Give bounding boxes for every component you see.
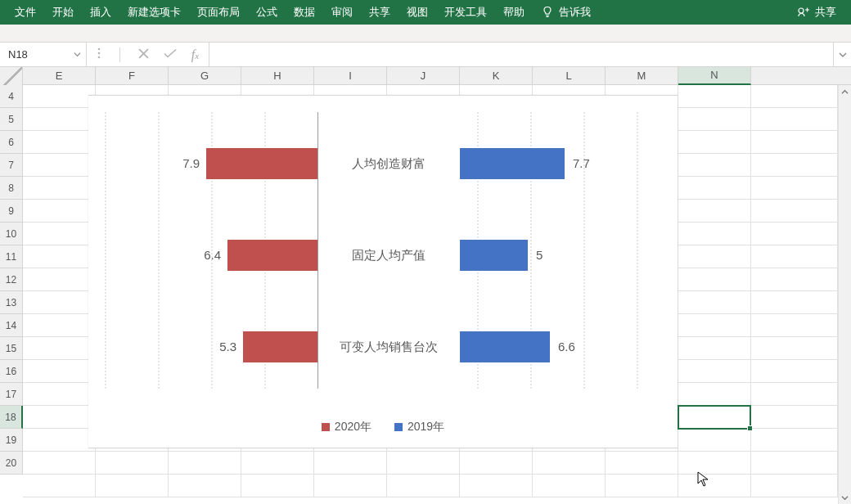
formula-expand[interactable] xyxy=(833,43,851,66)
ribbon-toolstrip xyxy=(0,25,851,43)
row-head-9[interactable]: 9 xyxy=(0,200,22,223)
bar-2020-2 xyxy=(243,331,317,362)
fx-icon[interactable]: fx xyxy=(191,47,199,62)
row-head-18[interactable]: 18 xyxy=(0,406,23,429)
ribbon-tab-formulas[interactable]: 公式 xyxy=(248,0,286,25)
row-head-11[interactable]: 11 xyxy=(0,245,22,268)
val-2020-2: 5.3 xyxy=(219,340,236,353)
col-head-E[interactable]: E xyxy=(23,67,96,84)
val-2019-2: 6.6 xyxy=(558,340,575,353)
svg-point-1 xyxy=(98,47,101,50)
chart-inner: 7.9 人均创造财富 7.7 6.4 固定人均产值 5 5.3 可变人均销售台次… xyxy=(88,96,678,448)
legend-swatch-2020 xyxy=(322,423,330,431)
row-head-7[interactable]: 7 xyxy=(0,154,22,177)
svg-point-2 xyxy=(98,52,101,54)
cat-label-2: 可变人均销售台次 xyxy=(319,340,458,355)
col-head-L[interactable]: L xyxy=(533,67,606,84)
scroll-up-icon[interactable] xyxy=(839,85,851,98)
ribbon-tab-view[interactable]: 视图 xyxy=(398,0,436,25)
row-head-16[interactable]: 16 xyxy=(0,360,22,383)
cancel-icon[interactable] xyxy=(138,47,149,62)
col-head-M[interactable]: M xyxy=(606,67,678,84)
col-head-F[interactable]: F xyxy=(96,67,169,84)
row-head-8[interactable]: 8 xyxy=(0,177,22,200)
legend-label-2020: 2020年 xyxy=(335,420,371,434)
col-head-tail[interactable] xyxy=(751,67,851,84)
name-box[interactable]: N18 xyxy=(0,43,87,66)
row-head-14[interactable]: 14 xyxy=(0,314,22,337)
share-button[interactable]: 共享 xyxy=(787,0,851,25)
vertical-scrollbar[interactable] xyxy=(838,85,851,504)
col-head-G[interactable]: G xyxy=(169,67,241,84)
row-head-4[interactable]: 4 xyxy=(0,85,22,108)
scroll-down-icon[interactable] xyxy=(839,491,851,504)
app-root: { "ribbon": { "tabs": ["文件", "开始", "插入",… xyxy=(0,0,851,504)
chart-axis-vertical xyxy=(317,112,318,389)
bar-2019-1 xyxy=(460,240,528,271)
formula-controls: fx xyxy=(87,43,209,66)
ribbon-tab-insert[interactable]: 插入 xyxy=(82,0,119,25)
val-2020-1: 6.4 xyxy=(204,248,221,262)
val-2020-0: 7.9 xyxy=(182,156,200,170)
col-head-H[interactable]: H xyxy=(241,67,314,84)
cat-label-0: 人均创造财富 xyxy=(319,156,458,172)
name-box-value: N18 xyxy=(8,48,28,61)
row-head-12[interactable]: 12 xyxy=(0,268,22,291)
col-head-J[interactable]: J xyxy=(387,67,460,84)
ribbon-tab-developer[interactable]: 开发工具 xyxy=(436,0,495,25)
row-head-17[interactable]: 17 xyxy=(0,383,22,406)
confirm-icon[interactable] xyxy=(164,47,177,62)
legend-item-2020[interactable]: 2020年 xyxy=(322,420,371,434)
svg-point-0 xyxy=(799,8,804,13)
formula-bar: N18 fx xyxy=(0,43,851,67)
chart-legend: 2020年 2019年 xyxy=(88,420,678,434)
ribbon-tab-share[interactable]: 共享 xyxy=(361,0,398,25)
bar-2020-1 xyxy=(227,240,317,271)
row-head-10[interactable]: 10 xyxy=(0,223,22,245)
sheet-area: E F G H I J K L M N 4 5 6 7 8 9 10 11 12… xyxy=(0,67,851,504)
col-head-K[interactable]: K xyxy=(460,67,533,84)
lightbulb-icon xyxy=(541,6,554,19)
legend-label-2019: 2019年 xyxy=(407,420,444,434)
row-headers: 4 5 6 7 8 9 10 11 12 13 14 15 16 17 18 1… xyxy=(0,85,23,475)
val-2019-1: 5 xyxy=(536,248,543,262)
legend-item-2019[interactable]: 2019年 xyxy=(394,420,444,434)
select-all-corner[interactable] xyxy=(0,67,23,85)
val-2019-0: 7.7 xyxy=(573,156,590,170)
share-icon xyxy=(795,5,810,20)
row-head-13[interactable]: 13 xyxy=(0,291,22,314)
ribbon-tab-pagelayout[interactable]: 页面布局 xyxy=(189,0,248,25)
ribbon-tab-file[interactable]: 文件 xyxy=(0,0,44,25)
chevron-down-icon xyxy=(74,48,81,61)
share-label: 共享 xyxy=(815,5,836,20)
bar-2019-0 xyxy=(460,148,565,179)
formula-input-wrap xyxy=(209,43,833,66)
ribbon-tab-review[interactable]: 审阅 xyxy=(323,0,361,25)
row-head-15[interactable]: 15 xyxy=(0,337,22,360)
tell-me-label: 告诉我 xyxy=(559,5,591,20)
row-head-19[interactable]: 19 xyxy=(0,429,22,452)
ribbon-tab-data[interactable]: 数据 xyxy=(286,0,323,25)
ribbon-tab-help[interactable]: 帮助 xyxy=(495,0,533,25)
ribbon: 文件 开始 插入 新建选项卡 页面布局 公式 数据 审阅 共享 视图 开发工具 … xyxy=(0,0,851,25)
ribbon-tab-home[interactable]: 开始 xyxy=(44,0,82,25)
ribbon-tab-newtab[interactable]: 新建选项卡 xyxy=(119,0,189,25)
row-head-6[interactable]: 6 xyxy=(0,131,22,154)
tell-me[interactable]: 告诉我 xyxy=(533,0,599,25)
more-icon[interactable] xyxy=(97,47,101,63)
row-head-20[interactable]: 20 xyxy=(0,452,22,475)
svg-point-3 xyxy=(98,56,101,58)
column-headers: E F G H I J K L M N xyxy=(0,67,851,85)
legend-swatch-2019 xyxy=(394,423,403,431)
col-head-I[interactable]: I xyxy=(314,67,387,84)
separator xyxy=(119,47,120,62)
cat-label-1: 固定人均产值 xyxy=(319,248,458,263)
bar-2020-0 xyxy=(206,148,317,179)
chart-object[interactable]: 7.9 人均创造财富 7.7 6.4 固定人均产值 5 5.3 可变人均销售台次… xyxy=(88,95,678,448)
bar-2019-2 xyxy=(460,331,550,362)
formula-input[interactable] xyxy=(216,47,826,61)
col-head-N[interactable]: N xyxy=(678,67,751,85)
row-head-5[interactable]: 5 xyxy=(0,108,22,131)
